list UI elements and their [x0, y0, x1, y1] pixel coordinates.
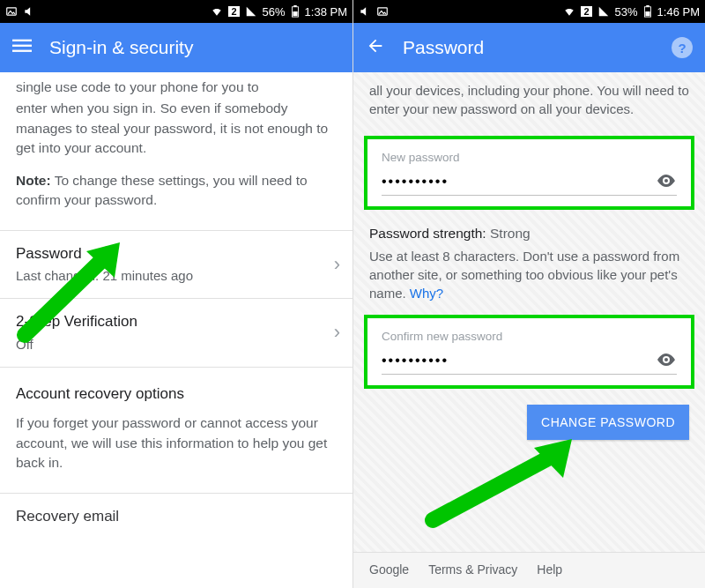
note-text: Note: To change these settings, you will… [0, 171, 352, 223]
row-subtitle: Last changed: 21 minutes ago [16, 266, 337, 286]
sim-indicator: 2 [228, 6, 239, 17]
status-bar: 2 56% 1:38 PM [0, 0, 352, 23]
footer-links: Google Terms & Privacy Help [353, 552, 705, 588]
svg-rect-4 [12, 40, 32, 41]
page-title: Password [403, 37, 484, 58]
change-password-button[interactable]: CHANGE PASSWORD [527, 405, 689, 440]
app-bar: Password ? [353, 23, 705, 72]
app-bar: Sign-in & security [0, 23, 352, 72]
back-icon[interactable] [366, 36, 385, 59]
svg-rect-9 [646, 5, 649, 7]
page-title: Sign-in & security [49, 37, 193, 58]
strength-label: Password strength: [369, 226, 486, 241]
field-label: New password [382, 150, 677, 167]
strength-value: Strong [486, 226, 531, 241]
picture-icon [376, 5, 389, 18]
wifi-icon [211, 5, 223, 18]
field-label: Confirm new password [382, 329, 677, 346]
row-title: Password [16, 243, 337, 265]
row-title: 2-Step Verification [16, 311, 337, 333]
intro-text: single use code to your phone for you to… [0, 78, 352, 171]
footer-help[interactable]: Help [537, 562, 562, 579]
battery-percent: 53% [615, 5, 638, 19]
signal-icon [597, 5, 610, 18]
sim-indicator: 2 [581, 6, 591, 17]
status-bar: 2 53% 1:46 PM [353, 0, 705, 23]
svg-rect-6 [12, 50, 32, 52]
footer-google[interactable]: Google [369, 562, 409, 579]
eye-icon[interactable] [656, 349, 677, 375]
guidance-text: Use at least 8 characters. Don't use a p… [369, 247, 689, 302]
clock: 1:46 PM [657, 5, 700, 19]
svg-rect-10 [645, 11, 649, 16]
row-subtitle: Off [16, 335, 337, 354]
confirm-password-field[interactable]: Confirm new password •••••••••• [364, 315, 694, 389]
recovery-text: If you forget your password or cannot ac… [0, 413, 352, 485]
battery-icon [643, 5, 652, 18]
why-link[interactable]: Why? [410, 286, 443, 301]
screen-change-password: 2 53% 1:46 PM Password ? all your device… [352, 0, 705, 588]
chevron-right-icon: › [334, 250, 340, 279]
footer-terms[interactable]: Terms & Privacy [428, 562, 517, 579]
svg-rect-2 [293, 5, 297, 7]
recovery-header: Account recovery options [0, 368, 352, 414]
svg-rect-3 [293, 11, 297, 16]
row-title: Recovery email [16, 506, 337, 528]
wifi-icon [563, 5, 575, 18]
volume-icon [23, 5, 35, 18]
volume-icon [359, 5, 371, 18]
battery-percent: 56% [263, 5, 286, 19]
battery-icon [291, 5, 300, 18]
field-value: •••••••••• [382, 167, 677, 196]
help-icon[interactable]: ? [672, 37, 693, 58]
intro-text: all your devices, including your phone. … [353, 72, 705, 130]
recovery-email-row[interactable]: Recovery email [0, 494, 352, 528]
two-step-row[interactable]: 2-Step Verification Off › [0, 299, 352, 367]
clock: 1:38 PM [305, 5, 347, 19]
signal-icon [245, 5, 257, 18]
screen-sign-in-security: 2 56% 1:38 PM Sign-in & security single … [0, 0, 352, 588]
svg-rect-5 [12, 45, 32, 47]
picture-icon [5, 5, 18, 18]
eye-icon[interactable] [656, 170, 677, 196]
field-value: •••••••••• [382, 346, 677, 375]
new-password-field[interactable]: New password •••••••••• [364, 136, 694, 210]
password-row[interactable]: Password Last changed: 21 minutes ago › [0, 231, 352, 299]
strength-block: Password strength: Strong Use at least 8… [353, 215, 705, 309]
chevron-right-icon: › [334, 318, 340, 346]
hamburger-icon[interactable] [12, 36, 32, 59]
